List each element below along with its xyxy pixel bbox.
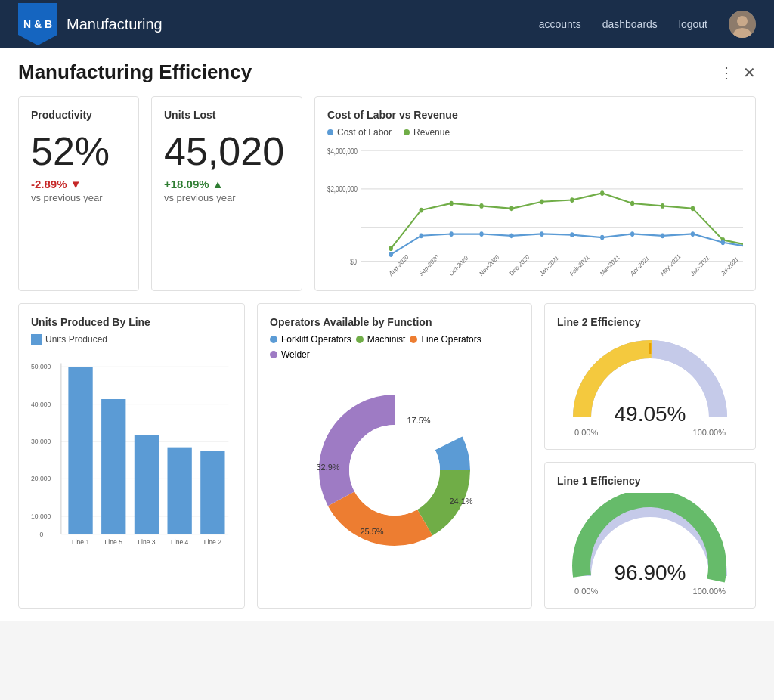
legend-revenue-label: Revenue — [413, 127, 450, 138]
bar-line3 — [135, 435, 159, 534]
units-produced-card: Units Produced By Line Units Produced 50… — [18, 303, 245, 609]
svg-text:Oct-2020: Oct-2020 — [448, 254, 469, 278]
productivity-title: Productivity — [31, 109, 126, 121]
top-row: Productivity 52% -2.89% ▼ vs previous ye… — [18, 96, 756, 291]
legend-item-labor: Cost of Labor — [327, 127, 392, 138]
productivity-vs-label: vs previous year — [31, 192, 126, 203]
svg-text:50,000: 50,000 — [31, 363, 51, 370]
down-arrow-icon: ▼ — [70, 178, 82, 190]
svg-point-17 — [600, 190, 604, 196]
svg-point-15 — [540, 199, 543, 204]
line1-max-label: 100.00% — [693, 587, 726, 596]
revenue-color-dot — [404, 129, 410, 135]
svg-text:$4,000,000: $4,000,000 — [327, 147, 358, 156]
more-button[interactable]: ⋮ — [719, 63, 734, 82]
productivity-card: Productivity 52% -2.89% ▼ vs previous ye… — [18, 96, 139, 291]
svg-text:Jun-2021: Jun-2021 — [690, 253, 711, 277]
svg-point-25 — [479, 231, 483, 237]
app-header: N & B Manufacturing accounts dashboards … — [0, 0, 774, 48]
legend-line-operators: Line Operators — [410, 334, 481, 345]
svg-text:Feb-2021: Feb-2021 — [569, 253, 591, 278]
operators-legend: Forklift Operators Machinist Line Operat… — [270, 334, 519, 360]
svg-point-24 — [449, 231, 453, 237]
svg-point-16 — [570, 197, 574, 203]
svg-text:20,000: 20,000 — [31, 475, 51, 482]
line-operators-label: Line Operators — [421, 334, 481, 345]
labor-revenue-chart: $4,000,000 $2,000,000 $0 — [327, 142, 743, 278]
bar-legend-item: Units Produced — [31, 334, 107, 345]
svg-text:0: 0 — [39, 531, 43, 538]
forklift-dot — [270, 336, 277, 343]
line1-min-label: 0.00% — [574, 587, 598, 596]
line1-gauge-value: 96.90% — [615, 561, 686, 585]
units-produced-title: Units Produced By Line — [31, 316, 232, 328]
productivity-value: 52% — [31, 130, 126, 173]
svg-point-30 — [630, 231, 634, 237]
welder-label: Welder — [281, 349, 310, 360]
line1-efficiency-title: Line 1 Efficiency — [557, 475, 743, 487]
svg-point-28 — [570, 232, 574, 237]
svg-text:Line 5: Line 5 — [105, 538, 123, 546]
bar-legend-label: Units Produced — [45, 334, 107, 345]
line-operators-dot — [410, 336, 417, 343]
units-lost-vs-label: vs previous year — [164, 192, 289, 203]
forklift-label: Forklift Operators — [281, 334, 351, 345]
legend-item-revenue: Revenue — [404, 127, 450, 138]
svg-text:30,000: 30,000 — [31, 438, 51, 445]
svg-point-33 — [721, 240, 725, 245]
svg-point-20 — [691, 206, 695, 211]
bar-legend-color — [31, 334, 42, 345]
line2-gauge: 49.05% 0.00% 100.00% — [557, 334, 743, 437]
page-content: Manufacturing Efficiency ⋮ ✕ Productivit… — [0, 48, 774, 621]
svg-text:May-2021: May-2021 — [660, 252, 683, 278]
svg-point-13 — [479, 203, 483, 209]
machinist-pct-label: 24.1% — [449, 497, 472, 506]
line-operators-pct-label: 25.5% — [360, 527, 383, 536]
svg-point-22 — [389, 252, 393, 257]
line1-gauge-labels: 0.00% 100.00% — [567, 587, 733, 596]
svg-point-12 — [449, 201, 453, 206]
svg-point-14 — [509, 206, 513, 211]
header-nav: accounts dashboards logout — [539, 11, 756, 38]
svg-point-1 — [737, 16, 748, 26]
svg-point-31 — [661, 233, 664, 238]
bar-line4 — [168, 448, 192, 534]
svg-point-19 — [661, 203, 664, 209]
bar-chart-svg: 50,000 40,000 30,000 20,000 10,000 0 — [31, 351, 232, 562]
donut-chart-svg: 17.5% 24.1% 25.5% 32.9% — [296, 372, 493, 568]
line-chart-svg: $4,000,000 $2,000,000 $0 — [327, 142, 743, 278]
operators-card: Operators Available by Function Forklift… — [257, 303, 532, 609]
svg-text:Jul-2021: Jul-2021 — [720, 255, 739, 277]
efficiency-column: Line 2 Efficiency 49.05% 0.00% 10 — [544, 303, 756, 609]
bar-line5 — [101, 399, 125, 534]
svg-text:Nov-2020: Nov-2020 — [478, 252, 500, 277]
page-title: Manufacturing Efficiency — [18, 60, 252, 84]
svg-point-11 — [420, 208, 423, 213]
svg-text:Dec-2020: Dec-2020 — [509, 252, 531, 277]
nav-logout[interactable]: logout — [679, 18, 707, 30]
welder-pct-label: 32.9% — [316, 463, 339, 472]
up-arrow-icon: ▲ — [212, 178, 224, 190]
bottom-row: Units Produced By Line Units Produced 50… — [18, 303, 756, 609]
nav-dashboards[interactable]: dashboards — [602, 18, 658, 30]
labor-revenue-legend: Cost of Labor Revenue — [327, 127, 743, 138]
svg-text:Jan-2021: Jan-2021 — [539, 253, 560, 277]
page-actions: ⋮ ✕ — [719, 63, 756, 82]
line2-gauge-labels: 0.00% 100.00% — [567, 428, 733, 437]
legend-machinist: Machinist — [356, 334, 406, 345]
svg-text:$0: $0 — [350, 258, 357, 266]
legend-labor-label: Cost of Labor — [337, 127, 392, 138]
svg-text:Apr-2021: Apr-2021 — [630, 254, 651, 278]
close-button[interactable]: ✕ — [743, 63, 756, 82]
bar-line1 — [68, 367, 92, 534]
labor-revenue-title: Cost of Labor vs Revenue — [327, 109, 743, 121]
svg-text:Line 3: Line 3 — [138, 538, 156, 546]
svg-text:10,000: 10,000 — [31, 513, 51, 520]
svg-text:Line 2: Line 2 — [204, 538, 222, 546]
svg-point-32 — [691, 231, 695, 237]
logo-text: N & B — [23, 18, 52, 30]
avatar[interactable] — [729, 11, 756, 38]
welder-dot — [270, 351, 277, 358]
svg-point-10 — [389, 246, 393, 251]
nav-accounts[interactable]: accounts — [539, 18, 581, 30]
